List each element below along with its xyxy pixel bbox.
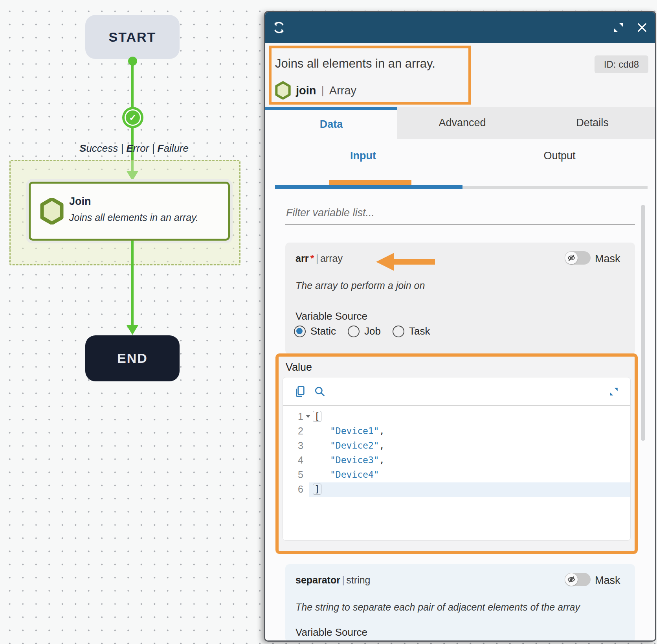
expand-editor-icon[interactable] xyxy=(607,385,620,398)
task-title-highlight-box: Joins all elements in an array. join | A… xyxy=(269,46,471,105)
eye-off-icon xyxy=(567,575,576,584)
separator-field-header: separator | string xyxy=(295,574,625,592)
code-line: 2 "Device1", xyxy=(283,424,630,439)
radio-job-control[interactable] xyxy=(348,326,360,337)
variable-source-radios: Static Job Task xyxy=(294,325,442,337)
search-icon[interactable] xyxy=(313,385,327,399)
hexagon-icon xyxy=(40,198,64,224)
mask-label: Mask xyxy=(595,574,620,587)
code-lines[interactable]: 1 [ 2 "Device1", 3 "Device2", xyxy=(283,410,630,497)
method-category: Array xyxy=(329,84,356,97)
task-id-badge: ID: cdd8 xyxy=(595,55,648,73)
join-node-description: Joins all elements in an array. xyxy=(69,212,198,223)
end-node-label: END xyxy=(117,351,148,366)
value-section-highlight-box: Value xyxy=(275,353,638,554)
input-variables-pane: arr * | array xyxy=(265,189,656,642)
filter-variable-field xyxy=(285,207,635,224)
field-name: separator xyxy=(295,574,340,585)
code-line: 1 [ xyxy=(283,410,630,424)
panel-header xyxy=(265,12,655,43)
edge-join-to-end xyxy=(131,241,134,326)
edge-branch-label: Success | Error | Failure xyxy=(55,142,213,155)
variable-source-label: Variable Source xyxy=(295,310,367,322)
task-title: Joins all elements in an array. xyxy=(275,57,435,71)
input-subtab-highlight-bar xyxy=(329,180,411,185)
annotation-arrow xyxy=(376,253,435,271)
code-line: 4 "Device3", xyxy=(283,453,630,468)
json-value-editor[interactable]: 1 [ 2 "Device1", 3 "Device2", xyxy=(283,377,631,541)
radio-task-control[interactable] xyxy=(393,326,404,337)
separator-mask-toggle[interactable] xyxy=(565,573,591,586)
field-type: string xyxy=(346,574,370,585)
separator-field-card: separator | string xyxy=(285,564,635,642)
method-divider: | xyxy=(321,84,324,97)
edge-start-port-dot xyxy=(128,57,137,66)
variable-source-label: Variable Source xyxy=(295,626,367,638)
expand-panel-icon[interactable] xyxy=(612,21,625,34)
start-node-label: START xyxy=(109,29,156,45)
radio-job[interactable]: Job xyxy=(348,325,381,337)
arr-field-description: The array to perform a join on xyxy=(295,280,425,291)
fold-caret-icon[interactable] xyxy=(306,415,310,418)
field-name: arr xyxy=(295,253,308,264)
arr-field-header: arr * | array xyxy=(295,253,625,270)
start-node[interactable]: START xyxy=(85,15,180,59)
tab-advanced[interactable]: Advanced xyxy=(397,107,527,139)
value-label: Value xyxy=(286,361,312,374)
code-line: 3 "Device2", xyxy=(283,439,630,453)
method-name: join xyxy=(296,84,316,97)
copy-icon[interactable] xyxy=(293,385,307,399)
output-subtab-inactive-indicator xyxy=(462,186,648,189)
input-subtab-active-indicator xyxy=(275,185,462,189)
arr-field-card: arr * | array xyxy=(285,243,635,354)
radio-static-control[interactable] xyxy=(294,326,306,337)
hexagon-icon xyxy=(275,81,291,99)
filter-variable-input[interactable] xyxy=(285,207,635,224)
arr-mask-toggle[interactable] xyxy=(565,251,591,265)
edge-arrowhead-into-end xyxy=(127,325,138,335)
code-line: 5 "Device4" xyxy=(283,468,630,482)
refresh-icon[interactable] xyxy=(272,20,286,35)
scrollbar[interactable] xyxy=(641,205,645,441)
mask-label: Mask xyxy=(595,253,620,265)
panel-tabs: Data Advanced Details xyxy=(265,107,656,139)
close-panel-icon[interactable] xyxy=(635,21,649,34)
code-line-active: 6 ] xyxy=(283,482,630,497)
radio-task[interactable]: Task xyxy=(393,325,430,337)
task-details-panel: Joins all elements in an array. join | A… xyxy=(264,11,656,642)
subtab-output[interactable]: Output xyxy=(462,150,656,162)
tab-data[interactable]: Data xyxy=(265,107,397,139)
field-type: array xyxy=(320,253,343,264)
task-method-row: join | Array xyxy=(275,81,356,99)
separator-field-description: The string to separate each pair of adja… xyxy=(295,602,580,613)
subtab-input[interactable]: Input xyxy=(265,150,461,162)
required-marker: * xyxy=(310,253,314,264)
end-node[interactable]: END xyxy=(85,335,180,381)
join-node-title: Join xyxy=(69,195,91,208)
tab-details[interactable]: Details xyxy=(527,107,656,139)
radio-static[interactable]: Static xyxy=(294,325,336,337)
data-subtabs: Input Output xyxy=(265,139,656,189)
join-task-node[interactable]: Join Joins all elements in an array. xyxy=(29,182,230,241)
eye-off-icon xyxy=(567,254,576,262)
workflow-editor-screen: START ✓ Success | Error | Failure Join J… xyxy=(0,0,657,644)
success-check-icon: ✓ xyxy=(122,107,143,128)
editor-toolbar xyxy=(283,377,630,406)
